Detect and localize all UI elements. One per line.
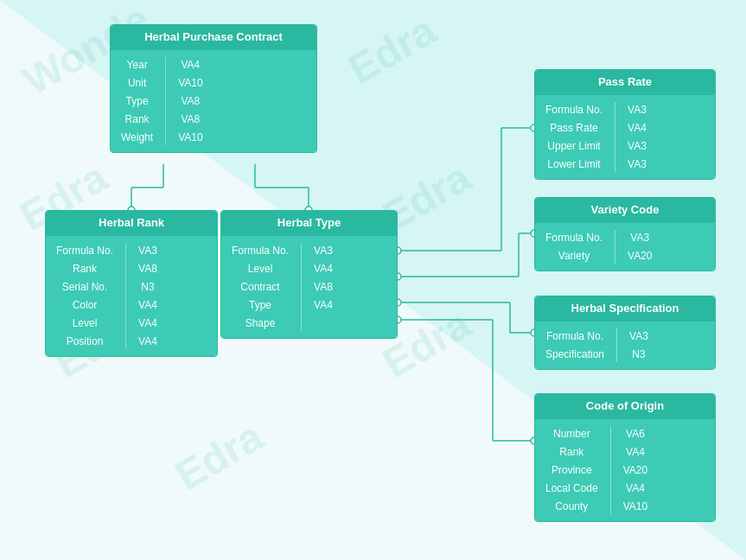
pass-rate-entity: Pass Rate Formula No. Pass Rate Upper Li… [534, 69, 716, 180]
herbal-purchase-contract-body: Year Unit Type Rank Weight VA4 VA10 VA8 … [111, 50, 316, 152]
pass-rate-title: Pass Rate [598, 75, 652, 88]
herbal-rank-header: Herbal Rank [46, 211, 217, 236]
pass-rate-body: Formula No. Pass Rate Upper Limit Lower … [535, 95, 715, 179]
field-types-col: VA4 VA10 VA8 VA8 VA10 [178, 57, 202, 145]
herbal-rank-entity: Herbal Rank Formula No. Rank Serial No. … [45, 210, 218, 357]
code-of-origin-entity: Code of Origin Number Rank Province Loca… [534, 393, 716, 522]
herbal-rank-body: Formula No. Rank Serial No. Color Level … [46, 236, 217, 356]
code-of-origin-header: Code of Origin [535, 394, 715, 419]
herbal-purchase-contract-entity: Herbal Purchase Contract Year Unit Type … [110, 24, 317, 153]
herbal-type-body: Formula No. Level Contract Type Shape VA… [221, 236, 397, 338]
herbal-type-title: Herbal Type [277, 216, 341, 229]
field-names-col: Year Unit Type Rank Weight [121, 57, 153, 145]
variety-code-header: Variety Code [535, 198, 715, 223]
herbal-specification-entity: Herbal Specification Formula No. Specifi… [534, 296, 716, 370]
herbal-specification-header: Herbal Specification [535, 296, 715, 321]
herbal-specification-title: Herbal Specification [571, 302, 679, 315]
variety-code-title: Variety Code [591, 203, 660, 216]
herbal-rank-title: Herbal Rank [99, 216, 164, 229]
code-of-origin-title: Code of Origin [586, 399, 664, 412]
pass-rate-header: Pass Rate [535, 70, 715, 95]
variety-code-entity: Variety Code Formula No. Variety VA3 VA2… [534, 197, 716, 271]
herbal-purchase-contract-header: Herbal Purchase Contract [111, 25, 316, 50]
herbal-type-header: Herbal Type [221, 211, 397, 236]
herbal-specification-body: Formula No. Specification VA3 N3 [535, 321, 715, 369]
herbal-purchase-contract-title: Herbal Purchase Contract [144, 30, 283, 43]
variety-code-body: Formula No. Variety VA3 VA20 [535, 223, 715, 270]
herbal-type-entity: Herbal Type Formula No. Level Contract T… [220, 210, 398, 339]
code-of-origin-body: Number Rank Province Local Code County V… [535, 419, 715, 521]
